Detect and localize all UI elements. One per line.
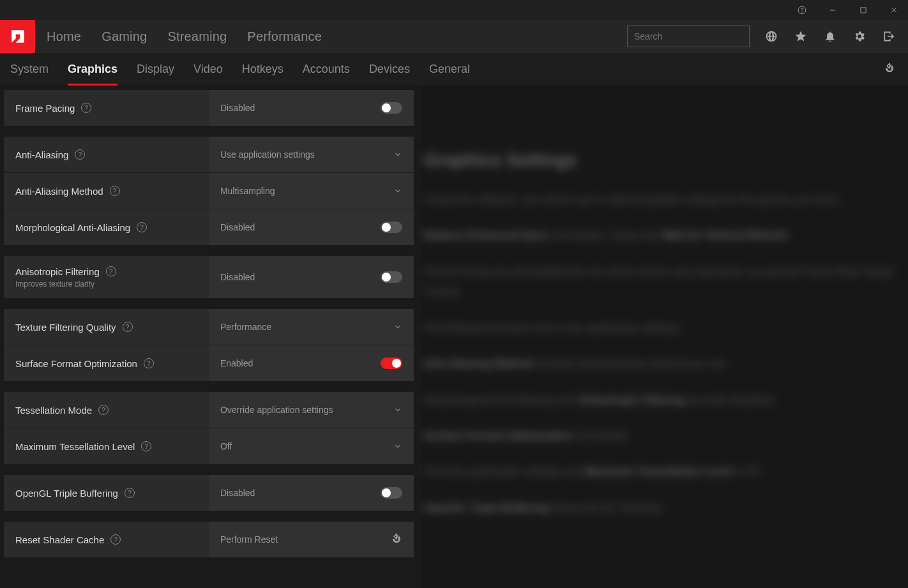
setting-value-cell[interactable]: Performance [209, 309, 414, 345]
svg-point-1 [802, 11, 803, 12]
setting-row: OpenGL Triple Buffering?Disabled [4, 475, 414, 511]
setting-value: Enabled [220, 358, 253, 368]
setting-value: Disabled [220, 488, 255, 498]
toggle-switch[interactable] [381, 358, 402, 369]
help-icon[interactable]: ? [81, 103, 91, 113]
reset-icon[interactable] [884, 63, 895, 77]
setting-value: Performance [220, 322, 271, 332]
nav-tab-home[interactable]: Home [47, 29, 81, 44]
setting-label-cell: Tessellation Mode? [4, 392, 209, 428]
help-icon[interactable]: ? [144, 358, 154, 368]
nav-tab-streaming[interactable]: Streaming [167, 29, 227, 44]
setting-label-cell: Morphological Anti-Aliasing? [4, 209, 209, 245]
nav-tab-gaming[interactable]: Gaming [102, 29, 147, 44]
subnav-tab-video[interactable]: Video [193, 63, 223, 76]
help-icon[interactable]: ? [125, 488, 135, 498]
setting-label-cell: Reset Shader Cache? [4, 522, 209, 557]
setting-value-cell[interactable]: Enabled [209, 345, 414, 381]
setting-label: Frame Pacing [15, 103, 75, 114]
setting-label: Surface Format Optimization [15, 358, 137, 369]
top-nav: HomeGamingStreamingPerformance [0, 20, 908, 53]
help-icon[interactable]: ? [110, 186, 120, 196]
toggle-switch[interactable] [381, 271, 402, 283]
setting-label-cell: Frame Pacing? [4, 90, 209, 126]
search-input[interactable] [627, 26, 750, 47]
setting-value-cell[interactable]: Override application settings [209, 392, 414, 428]
setting-row: Anisotropic Filtering?Improves texture c… [4, 256, 414, 298]
minimize-icon[interactable] [824, 1, 842, 19]
setting-row: Maximum Tessellation Level?Off [4, 428, 414, 464]
subnav-tab-graphics[interactable]: Graphics [68, 63, 117, 76]
setting-value-cell[interactable]: Use application settings [209, 137, 414, 172]
subnav-tab-display[interactable]: Display [137, 63, 174, 76]
setting-label-cell: Anisotropic Filtering?Improves texture c… [4, 256, 209, 298]
subnav-tab-general[interactable]: General [429, 63, 470, 76]
setting-label-cell: Maximum Tessellation Level? [4, 428, 209, 464]
help-icon[interactable]: ? [123, 322, 133, 332]
setting-value-cell[interactable]: Off [209, 428, 414, 464]
setting-label-cell: Texture Filtering Quality? [4, 309, 209, 345]
subnav-tab-system[interactable]: System [10, 63, 49, 76]
setting-label: Maximum Tessellation Level [15, 441, 135, 452]
setting-value: Override application settings [220, 405, 333, 415]
setting-value-cell[interactable]: Disabled [209, 475, 414, 511]
setting-value-cell[interactable]: Disabled [209, 209, 414, 245]
help-icon[interactable]: ? [137, 222, 147, 232]
settings-list: Frame Pacing?DisabledAnti-Aliasing?Use a… [0, 86, 418, 588]
help-icon[interactable]: ? [75, 149, 85, 160]
chevron-down-icon [393, 150, 402, 159]
setting-row: Reset Shader Cache?Perform Reset [4, 522, 414, 557]
setting-label: OpenGL Triple Buffering [15, 488, 118, 499]
toggle-switch[interactable] [381, 102, 402, 114]
setting-label: Anisotropic Filtering [15, 266, 100, 277]
chevron-down-icon [393, 322, 402, 331]
setting-row: Texture Filtering Quality?Performance [4, 309, 414, 345]
setting-value: Disabled [220, 272, 255, 282]
amd-logo[interactable] [0, 20, 35, 53]
setting-value-cell[interactable]: Disabled [209, 256, 414, 298]
setting-label: Morphological Anti-Aliasing [15, 222, 130, 233]
subnav-tab-hotkeys[interactable]: Hotkeys [242, 63, 284, 76]
setting-label: Texture Filtering Quality [15, 322, 116, 333]
help-icon[interactable]: ? [110, 534, 121, 545]
setting-label: Reset Shader Cache [15, 534, 104, 545]
setting-row: Anti-Aliasing Method?Multisampling [4, 173, 414, 209]
bell-icon[interactable] [822, 29, 838, 44]
help-icon[interactable]: ? [98, 405, 109, 415]
toggle-switch[interactable] [381, 487, 402, 499]
setting-row: Tessellation Mode?Override application s… [4, 392, 414, 428]
globe-icon[interactable] [764, 29, 779, 44]
setting-value-cell[interactable]: Disabled [209, 90, 414, 126]
svg-rect-3 [861, 7, 866, 12]
setting-value-cell[interactable]: Multisampling [209, 173, 414, 209]
settings-subnav: SystemGraphicsDisplayVideoHotkeysAccount… [0, 53, 908, 86]
setting-row: Anti-Aliasing?Use application settings [4, 137, 414, 172]
setting-label: Tessellation Mode [15, 405, 92, 416]
reset-icon[interactable] [391, 533, 402, 547]
setting-row: Morphological Anti-Aliasing?Disabled [4, 209, 414, 245]
help-icon[interactable] [793, 1, 811, 19]
exit-icon[interactable] [881, 29, 897, 44]
setting-value: Use application settings [220, 149, 315, 160]
close-icon[interactable] [885, 1, 903, 19]
maximize-icon[interactable] [854, 1, 872, 19]
chevron-down-icon [393, 186, 402, 195]
setting-label-cell: Anti-Aliasing Method? [4, 173, 209, 209]
setting-label-cell: Surface Format Optimization? [4, 345, 209, 381]
toggle-switch[interactable] [381, 222, 402, 233]
setting-value: Disabled [220, 103, 255, 113]
setting-row: Frame Pacing?Disabled [4, 90, 414, 126]
gear-icon[interactable] [852, 29, 867, 44]
setting-label-cell: Anti-Aliasing? [4, 137, 209, 172]
subnav-tab-devices[interactable]: Devices [369, 63, 410, 76]
help-icon[interactable]: ? [141, 441, 151, 451]
star-icon[interactable] [793, 29, 808, 44]
setting-sublabel: Improves texture clarity [15, 280, 209, 289]
nav-tab-performance[interactable]: Performance [247, 29, 322, 44]
help-panel: Graphics Settings Using this software, y… [418, 86, 908, 588]
setting-value: Perform Reset [220, 534, 278, 545]
setting-value: Disabled [220, 222, 255, 232]
subnav-tab-accounts[interactable]: Accounts [303, 63, 350, 76]
help-icon[interactable]: ? [106, 266, 116, 276]
setting-value-cell[interactable]: Perform Reset [209, 522, 414, 557]
